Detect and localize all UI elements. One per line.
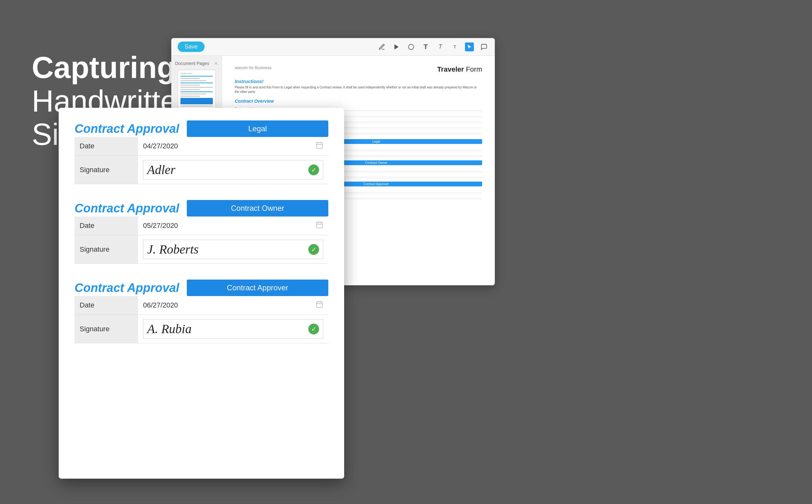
doc-wacom-header: wacom for Business Traveler Form	[235, 65, 482, 74]
circle-icon[interactable]	[407, 42, 416, 51]
approval-section-legal: Contract Approval Legal Date 04/27/2020 …	[75, 120, 328, 184]
date-label-approver: Date	[75, 296, 138, 315]
comment-icon[interactable]	[480, 42, 489, 51]
sidebar-header: Document Pages ✕	[175, 61, 218, 66]
sig-label-legal: Signature	[75, 156, 138, 184]
text-icon[interactable]: T	[421, 42, 430, 51]
editor-toolbar: Save T T T	[171, 38, 495, 56]
role-button-owner: Contract Owner	[187, 200, 328, 216]
check-icon-legal: ✓	[308, 165, 319, 175]
sig-row-legal: Signature Adler ✓	[75, 156, 328, 184]
approval-title-owner: Contract Approval	[75, 202, 179, 215]
instructions-body: Please fill in and send this Form to Leg…	[235, 85, 482, 94]
calendar-icon-legal[interactable]	[315, 141, 323, 151]
sig-value-legal[interactable]: Adler ✓	[138, 156, 328, 184]
sig-text-legal: Adler	[147, 162, 175, 177]
approval-section-owner: Contract Approval Contract Owner Date 05…	[75, 200, 328, 264]
sig-text-owner: J. Roberts	[147, 242, 198, 257]
sig-label-approver: Signature	[75, 315, 138, 343]
hero-line1: Capturing	[32, 51, 194, 84]
text3-icon[interactable]: T	[451, 42, 459, 51]
check-icon-approver: ✓	[308, 324, 319, 334]
svg-rect-10	[316, 302, 322, 307]
arrow-icon[interactable]	[392, 42, 401, 51]
role-button-legal: Legal	[187, 120, 328, 137]
instructions-heading: Instructions!	[235, 79, 482, 84]
check-icon-owner: ✓	[308, 244, 319, 255]
role-button-approver: Contract Approver	[187, 280, 328, 296]
approval-header-approver: Contract Approval Contract Approver	[75, 280, 328, 296]
date-text-approver: 06/27/2020	[143, 301, 178, 309]
toolbar-icons: T T T	[377, 42, 489, 51]
contract-overview-title: Contract Overview	[235, 99, 482, 104]
close-icon[interactable]: ✕	[214, 61, 218, 66]
sig-value-approver[interactable]: A. Rubia ✓	[138, 315, 328, 343]
pen-icon[interactable]	[377, 42, 386, 51]
date-value-approver[interactable]: 06/27/2020	[138, 296, 328, 315]
date-value-legal[interactable]: 04/27/2020	[138, 137, 328, 156]
svg-rect-2	[316, 143, 322, 148]
svg-rect-6	[316, 222, 322, 228]
wacom-logo: wacom for Business	[235, 65, 271, 70]
approval-table-approver: Date 06/27/2020 Signature A. Rubia ✓	[75, 296, 328, 343]
svg-point-1	[409, 44, 414, 49]
sig-text-approver: A. Rubia	[147, 321, 192, 336]
calendar-icon-approver[interactable]	[315, 300, 323, 310]
approval-header-owner: Contract Approval Contract Owner	[75, 200, 328, 216]
cursor-icon[interactable]	[465, 42, 474, 51]
contract-approval-form: Contract Approval Legal Date 04/27/2020 …	[59, 108, 344, 479]
sig-value-owner[interactable]: J. Roberts ✓	[138, 235, 328, 264]
sig-row-owner: Signature J. Roberts ✓	[75, 235, 328, 264]
date-row-owner: Date 05/27/2020	[75, 216, 328, 235]
date-label-legal: Date	[75, 137, 138, 156]
approval-table-owner: Date 05/27/2020 Signature J. Roberts ✓	[75, 216, 328, 264]
date-text-owner: 05/27/2020	[143, 222, 178, 230]
approval-table-legal: Date 04/27/2020 Signature Adler ✓	[75, 137, 328, 184]
text2-icon[interactable]: T	[436, 42, 445, 51]
sig-label-owner: Signature	[75, 235, 138, 264]
date-label-owner: Date	[75, 216, 138, 235]
date-text-legal: 04/27/2020	[143, 142, 178, 150]
approval-title-legal: Contract Approval	[75, 122, 179, 136]
approval-section-approver: Contract Approval Contract Approver Date…	[75, 280, 328, 343]
date-value-owner[interactable]: 05/27/2020	[138, 216, 328, 235]
date-row-legal: Date 04/27/2020	[75, 137, 328, 156]
sidebar-title: Document Pages	[175, 61, 209, 66]
sig-row-approver: Signature A. Rubia ✓	[75, 315, 328, 343]
approval-header-legal: Contract Approval Legal	[75, 120, 328, 137]
save-button[interactable]: Save	[178, 42, 205, 52]
approval-title-approver: Contract Approval	[75, 281, 179, 295]
date-row-approver: Date 06/27/2020	[75, 296, 328, 315]
doc-title: Traveler Form	[437, 65, 482, 74]
calendar-icon-owner[interactable]	[315, 221, 323, 230]
svg-marker-0	[394, 44, 399, 49]
